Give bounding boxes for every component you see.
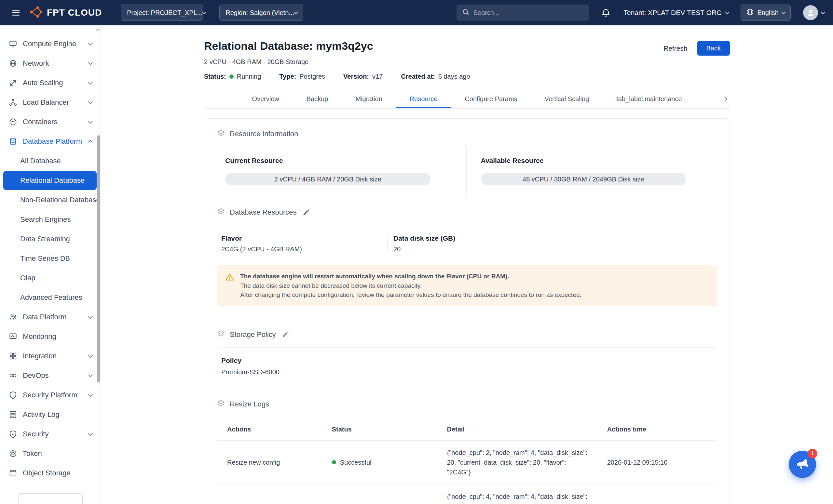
sidebar-item-load-balancer[interactable]: Load Balancer [0, 93, 100, 112]
sidebar-item-activity-log[interactable]: Activity Log [0, 405, 100, 424]
status-value: Running [237, 73, 261, 80]
sidebar-item-network[interactable]: Network [0, 54, 100, 73]
sidebar-item-data-streaming[interactable]: Data Streaming [0, 229, 100, 249]
disk-size-value: 20 [394, 246, 717, 253]
sidebar-item-containers[interactable]: Containers [0, 112, 100, 132]
edit-database-resources-pencil-icon[interactable] [302, 209, 310, 216]
current-resource-pill: 2 vCPU / 4GB RAM / 20GB Disk size [225, 173, 430, 185]
auto-scaling-icon [8, 78, 18, 87]
fpt-cloud-logo-icon [29, 5, 43, 21]
sidebar-item-database-platform[interactable]: Database Platform [0, 132, 100, 151]
type-group: Type: Postgres [279, 73, 325, 80]
notifications-bell-icon[interactable] [601, 8, 611, 18]
back-button[interactable]: Back [697, 41, 730, 56]
current-resource-label: Current Resource [225, 157, 430, 165]
globe-icon [746, 8, 754, 18]
sidebar-scrollbar[interactable] [97, 135, 100, 382]
sidebar-item-advanced-features[interactable]: Advanced Features [0, 288, 100, 307]
status-dot-green [230, 74, 234, 79]
chevron-down-icon [820, 10, 825, 14]
time-cell: 2026-01-09 17:22:27 [607, 484, 717, 504]
user-menu[interactable] [803, 5, 825, 20]
refresh-button[interactable]: Refresh [664, 45, 688, 52]
tab-configure-params[interactable]: Configure Params [451, 90, 531, 108]
sidebar-item-non-relational-database[interactable]: Non-Relational Database [0, 190, 100, 210]
tenant-selector[interactable]: Tenant: XPLAT-DEV-TEST-ORG [624, 9, 729, 17]
action-cell: Resize new config [217, 440, 332, 484]
chevron-up-icon [88, 140, 93, 144]
layers-icon [217, 207, 225, 217]
section-header-resource-information: Resource Information [217, 119, 717, 147]
tab-resource[interactable]: Resource [396, 90, 451, 108]
megaphone-icon [795, 457, 809, 472]
sidebar-item-security-platform[interactable]: Security Platform [0, 385, 100, 405]
available-resource-pill: 48 vCPU / 30GB RAM / 2049GB Disk size [481, 173, 686, 185]
edit-storage-policy-pencil-icon[interactable] [282, 331, 289, 338]
project-selector[interactable]: Project: PROJECT_XPL... [121, 4, 203, 21]
sidebar-item-object-storage[interactable]: Object Storage [0, 463, 100, 483]
integration-icon [8, 352, 18, 361]
language-selector[interactable]: English [741, 4, 791, 21]
monitoring-icon [8, 332, 18, 341]
brand-name: FPT CLOUD [47, 7, 102, 18]
sidebar-item-security[interactable]: Security [0, 424, 100, 444]
topbar: FPT CLOUD Project: PROJECT_XPL... Region… [0, 0, 833, 25]
policy-label: Policy [221, 357, 717, 364]
sidebar-item-auto-scaling[interactable]: Auto Scaling [0, 73, 100, 93]
created-value: 6 days ago [438, 73, 470, 80]
sidebar-item-devops[interactable]: DevOps [0, 366, 100, 385]
chevron-down-icon [293, 10, 298, 14]
created-group: Created at: 6 days ago [401, 73, 470, 80]
chevron-down-icon [88, 431, 93, 436]
region-selector[interactable]: Region: Saigon (Vietn... [219, 4, 303, 21]
devops-icon [8, 371, 18, 380]
chevron-down-icon [88, 353, 93, 358]
chevron-right-icon[interactable] [722, 95, 729, 102]
tab-backup[interactable]: Backup [293, 90, 342, 108]
sidebar-item-monitoring[interactable]: Monitoring [0, 327, 100, 346]
menu-icon[interactable] [8, 5, 23, 20]
notification-badge: 1 [808, 449, 817, 458]
warning-line-2: The data disk size cannot be decreased b… [240, 281, 581, 291]
resize-logs-table: Actions Status Detail Actions time Resiz… [217, 417, 717, 504]
sidebar-item-all-database[interactable]: All Database [0, 151, 100, 171]
policy-value: Premium-SSD-6000 [221, 369, 717, 376]
flavor-label: Flavor [221, 234, 387, 242]
disk-size-block: Data disk size (GB) 20 [387, 234, 717, 253]
sidebar-item-compute-engine[interactable]: Compute Engine [0, 34, 100, 54]
scroll-up-icon[interactable] [95, 27, 100, 34]
sidebar-item-data-platform[interactable]: Data Platform [0, 307, 100, 327]
containers-icon [8, 117, 18, 126]
chevron-down-icon [781, 10, 786, 14]
sidebar-item-relational-database[interactable]: Relational Database [3, 171, 97, 190]
warning-line-3: After changing the compute configuration… [240, 291, 581, 300]
available-resource-block: Available Resource 48 vCPU / 30GB RAM / … [466, 147, 717, 197]
flavor-block: Flavor 2C4G (2 vCPU - 4GB RAM) [217, 234, 387, 253]
chevron-down-icon [88, 41, 93, 46]
brand-logo[interactable]: FPT CLOUD [29, 5, 102, 21]
tab-overview[interactable]: Overview [238, 90, 292, 108]
object-storage-icon [8, 469, 18, 478]
layers-icon [217, 399, 225, 409]
main-content: Relational Database: mym3q2yc Refresh Ba… [101, 0, 833, 504]
sidebar-item-token[interactable]: Token [0, 444, 100, 463]
sidebar-item-search-engines[interactable]: Search Engines [0, 210, 100, 229]
status-row: Status: Running Type: Postgres Version: … [204, 73, 730, 80]
search-input[interactable] [473, 9, 584, 17]
tab-bar: Overview Backup Migration Resource Confi… [204, 90, 730, 109]
available-resource-label: Available Resource [481, 157, 686, 165]
chevron-down-icon [88, 100, 93, 104]
tab-migration[interactable]: Migration [342, 90, 396, 108]
announcements-fab[interactable]: 1 [789, 451, 816, 478]
tab-vertical-scaling[interactable]: Vertical Scaling [531, 90, 603, 108]
layers-icon [217, 330, 225, 339]
sidebar: Compute Engine Network Auto Scaling Load… [0, 25, 101, 504]
sidebar-item-integration[interactable]: Integration [0, 346, 100, 366]
sidebar-item-time-series-db[interactable]: Time Series DB [0, 249, 100, 268]
sidebar-bottom-widget[interactable] [18, 493, 83, 504]
tab-maintenance[interactable]: tab_label.maintenance [603, 90, 695, 108]
flavor-value: 2C4G (2 vCPU - 4GB RAM) [221, 246, 387, 253]
search-box[interactable] [456, 4, 589, 21]
sidebar-item-olap[interactable]: Olap [0, 268, 100, 288]
current-resource-block: Current Resource 2 vCPU / 4GB RAM / 20GB… [217, 147, 466, 197]
